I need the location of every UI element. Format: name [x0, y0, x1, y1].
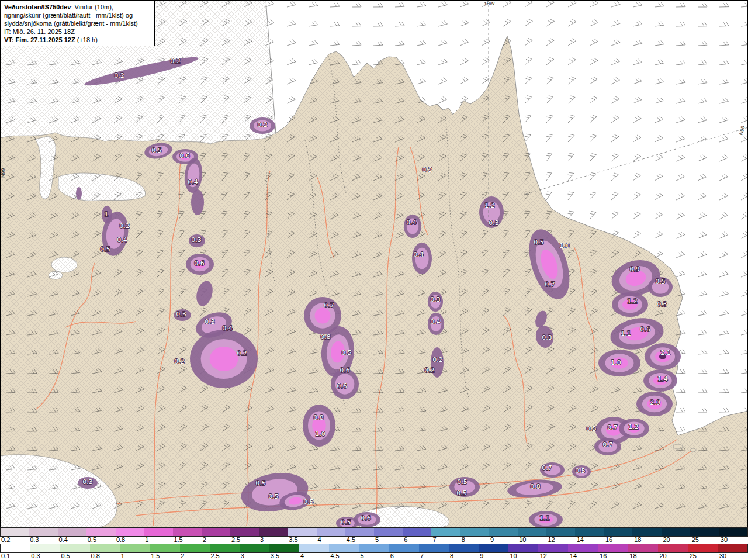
meridian-label: 15W: [484, 1, 495, 6]
precip-value-label: 0.2: [432, 356, 443, 364]
legend-value: 2: [202, 537, 230, 544]
precip-value-label: 0.2: [237, 350, 247, 357]
precip-value-label: 0.5: [457, 478, 468, 486]
legend-segment: [374, 528, 403, 536]
precip-value-label: 0.4: [406, 219, 417, 226]
precip-value-label: 1.0: [315, 430, 325, 438]
legend-segment: [575, 528, 604, 536]
legend-segment: [120, 544, 150, 552]
precip-value-label: 0.5: [586, 425, 597, 433]
precip-area: [412, 243, 432, 274]
legend-segment: [317, 528, 345, 536]
legend-value: 7: [419, 553, 449, 560]
precip-value-label: 0.6: [361, 514, 371, 522]
legend-value: 0.4: [57, 537, 86, 544]
precip-value-label: 0.8: [530, 483, 541, 490]
init-time: IT: Mið. 26. 11. 2025 18Z: [4, 27, 151, 36]
legend-segment: [29, 528, 58, 536]
precip-area: [404, 215, 421, 238]
precip-value-label: 0.2: [422, 166, 432, 174]
legend-value: 0.1: [0, 553, 30, 560]
precip-value-label: 0.5: [341, 349, 352, 357]
precip-value-label: 1.2: [484, 202, 495, 209]
legend-segment: [30, 544, 60, 552]
left-margin-label: N99: [0, 168, 6, 178]
precip-value-label: 0.5: [534, 238, 544, 246]
legend-segment: [718, 544, 747, 552]
precip-value-label: 1: [105, 210, 109, 218]
legend-value: 0.5: [60, 553, 89, 560]
precip-value-label: 0.4: [188, 178, 198, 186]
precip-value-label: 1.0: [559, 242, 570, 250]
legend-segment: [230, 528, 259, 536]
legend-segment: [60, 544, 90, 552]
precip-value-label: 0.6: [340, 367, 350, 374]
precip-area: [191, 189, 204, 215]
legend-segment: [518, 528, 546, 536]
precip-value-label: 0.4: [117, 236, 127, 244]
precip-value-label: 0.9: [629, 265, 640, 273]
legend-segment: [329, 544, 359, 552]
legend-segment: [419, 544, 449, 552]
legend-value: 0.3: [30, 553, 60, 560]
legend-segment: [259, 528, 288, 536]
legend-value: 4.5: [329, 553, 359, 560]
legend-value: 2.5: [209, 553, 239, 560]
legend-value: 30: [718, 553, 748, 560]
forecast-map: 15WN99N99 0.20.20.20.50.60.40.21.20.310.…: [0, 0, 748, 527]
legend-value: 9: [479, 553, 508, 560]
model-title: Veðurstofan/IS750dev: [4, 4, 71, 11]
legend-value: 10: [508, 553, 538, 560]
legend-segment: [345, 528, 374, 536]
precip-value-label: 1.2: [627, 298, 638, 305]
legend-segment: [546, 528, 575, 536]
precip-value-label: 0.5: [268, 493, 279, 500]
precip-value-label: 1.1: [621, 330, 631, 337]
legend-value: 2: [179, 553, 209, 560]
legend-value: 1.5: [150, 553, 179, 560]
precip-value-label: 0.5: [255, 479, 266, 487]
legend-value: 8: [449, 553, 479, 560]
rain-colorbar: 0.10.30.50.811.522.533.544.5567891012141…: [0, 544, 748, 560]
weather-map-page: 15WN99N99 0.20.20.20.50.60.40.21.20.310.…: [0, 0, 748, 560]
legend-segment: [431, 528, 460, 536]
legend-segment: [403, 528, 431, 536]
legend-value: 0.2: [0, 537, 29, 544]
legend-value: 0.5: [86, 537, 115, 544]
precip-value-label: 0.4: [222, 324, 233, 332]
legend-value: 25: [688, 553, 718, 560]
legend-segment: [658, 544, 688, 552]
legend-value: 14: [576, 537, 604, 544]
precip-value-label: 0.7: [545, 281, 555, 288]
precip-value-label: 1.0: [611, 359, 621, 367]
legend-value: 5: [359, 553, 389, 560]
precip-value-label: 1.1: [539, 514, 550, 522]
legend-value: 14: [569, 553, 598, 560]
precip-value-label: 0.3: [489, 219, 499, 227]
precip-value-label: 0.8: [320, 333, 331, 341]
legend-segment: [538, 544, 568, 552]
legend-segment: [568, 544, 598, 552]
precip-value-label: 0.7: [602, 441, 613, 448]
info-box: Veðurstofan/IS750dev: Vindur (10m), rign…: [1, 1, 155, 46]
legend-value: 30: [719, 537, 748, 544]
precip-value-label: 0.5: [303, 498, 314, 506]
legend-segment: [662, 528, 690, 536]
snow-colorbar: 0.20.30.40.50.811.522.533.544.5567891012…: [0, 527, 748, 544]
legend-segment: [144, 528, 173, 536]
legend-segment: [202, 528, 230, 536]
precip-value-label: 0.6: [337, 382, 347, 390]
legend-value: 20: [658, 553, 688, 560]
precip-value-label: 0.6: [194, 260, 205, 267]
legend-value: 3: [259, 537, 288, 544]
legend-value: 6: [403, 537, 431, 544]
valid-time: VT: Fim. 27.11.2025 12Z (+18 h): [4, 36, 151, 44]
precip-value-label: 0.5: [456, 489, 467, 497]
info-line-3: slydda/snjókoma (grátt/bleikt/grænt - mm…: [4, 19, 151, 27]
precip-area: [645, 343, 681, 370]
legend-segment: [359, 544, 389, 552]
legend-value: 6: [389, 553, 419, 560]
precip-area: [190, 330, 258, 388]
legend-value: 1.5: [172, 537, 201, 544]
legend-value: 18: [628, 553, 658, 560]
